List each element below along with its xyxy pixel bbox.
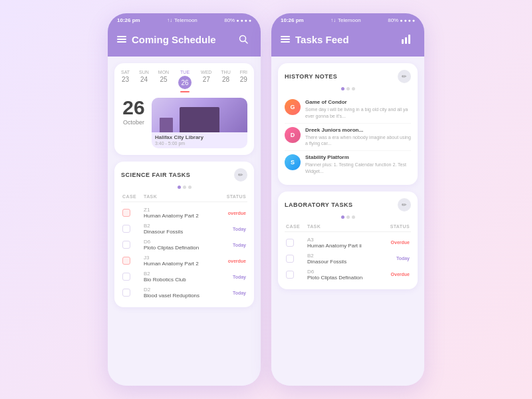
- task-name: Dinasour Fossils: [144, 229, 211, 235]
- day-label: FRI: [240, 70, 247, 74]
- lab-col-case-header: CASE: [286, 224, 306, 229]
- signal-icon: ↑↓: [167, 17, 172, 23]
- task-status: overdue: [213, 259, 246, 263]
- event-title: Halifax City Library: [152, 132, 247, 140]
- dot-2: [183, 186, 186, 189]
- dot-3: [188, 186, 192, 189]
- table-row: D2 Blood vasel Reduptions Today: [121, 285, 247, 301]
- task-case: D2: [144, 287, 211, 293]
- task-status: Overdue: [376, 272, 410, 277]
- task-checkbox[interactable]: [122, 257, 130, 265]
- task-case: D6: [307, 269, 375, 275]
- table-row: D6 Ploto Cliptas Defination Today: [121, 237, 247, 253]
- note-content: Stability Platform Planner plus: 1. Test…: [305, 154, 411, 175]
- task-checkbox[interactable]: [122, 225, 130, 233]
- svg-rect-4: [408, 35, 410, 44]
- task-case: B2: [307, 253, 375, 259]
- right-carrier: ↑↓ Telemoon: [331, 17, 361, 23]
- day-label: TUE: [180, 70, 190, 74]
- day-num: 27: [203, 76, 210, 83]
- history-edit-button[interactable]: ✏: [398, 70, 411, 83]
- note-title: Game of Condor: [305, 99, 411, 105]
- search-button[interactable]: [235, 31, 251, 47]
- right-header: Tasks Feed: [271, 26, 424, 57]
- right-signal-icon: ↑↓: [331, 17, 336, 23]
- science-dots: [121, 186, 247, 189]
- event-image: [152, 98, 247, 132]
- task-checkbox[interactable]: [122, 209, 130, 217]
- day-col-27[interactable]: WED 27: [201, 70, 211, 92]
- day-col-25[interactable]: MON 25: [158, 70, 169, 92]
- task-checkbox[interactable]: [286, 255, 294, 263]
- task-status: Today: [213, 275, 246, 279]
- event-card: Halifax City Library 3:40 - 5:00 pm: [152, 98, 247, 148]
- right-battery: 80% ● ● ● ●: [388, 17, 415, 23]
- note-title: Dreek Juniors moron...: [305, 127, 411, 133]
- lab-tasks-header: LABORATORY TASKS ✏: [285, 198, 411, 211]
- right-phone-card: 10:26 pm ↑↓ Telemoon 80% ● ● ● ● Tasks F…: [271, 13, 424, 386]
- day-col-29[interactable]: FRI 29: [240, 70, 247, 92]
- task-name: Dinasour Fossils: [307, 259, 375, 265]
- task-name: Human Anatomy Part 2: [144, 261, 211, 267]
- task-case: D6: [144, 239, 211, 245]
- calendar-widget: SAT 23 SUN 24 MON 25 TUE 26 WED 27 THU 2…: [114, 63, 254, 155]
- task-checkbox[interactable]: [286, 271, 294, 279]
- history-dot-2: [346, 87, 350, 90]
- task-name: Ploto Cliptas Defination: [144, 245, 211, 251]
- table-row: B2 Bio Robotics Club Today: [121, 269, 247, 285]
- task-case: B2: [144, 223, 211, 229]
- chart-button[interactable]: [399, 31, 415, 47]
- day-col-24[interactable]: SUN 24: [139, 70, 149, 92]
- task-checkbox[interactable]: [122, 273, 130, 281]
- note-text: Planner plus: 1. Testing Calendar functi…: [305, 162, 411, 175]
- day-col-28[interactable]: THU 28: [221, 70, 230, 92]
- lab-col-status-header: STATUS: [376, 224, 410, 229]
- lab-dot-1: [341, 215, 344, 219]
- left-carrier: ↑↓ Telemoon: [167, 17, 198, 23]
- list-item: S Stability Platform Planner plus: 1. Te…: [285, 151, 411, 178]
- science-tasks-widget: SCIENCE FAIR TASKS ✏ CASE TASK STATUS Z1…: [114, 162, 254, 307]
- table-row: A3 Human Anatomy Part ii Overdue: [285, 235, 411, 251]
- day-num: 29: [240, 76, 247, 83]
- task-checkbox[interactable]: [122, 289, 130, 297]
- notes-list: G Game of Condor Some day i will be livi…: [285, 96, 411, 178]
- science-tasks-title: SCIENCE FAIR TASKS: [121, 172, 190, 178]
- lab-dots: [285, 215, 411, 219]
- svg-rect-3: [405, 37, 407, 44]
- task-checkbox[interactable]: [122, 241, 130, 249]
- history-dot-3: [352, 87, 355, 90]
- table-row: D6 Ploto Cliptas Defination Overdue: [285, 267, 411, 283]
- task-status: Today: [376, 256, 410, 261]
- lab-edit-button[interactable]: ✏: [398, 198, 411, 211]
- task-status: Overdue: [376, 240, 410, 245]
- history-dots: [285, 87, 411, 90]
- date-big: 26 October: [121, 98, 146, 126]
- note-content: Dreek Juniors moron... There was a era w…: [305, 127, 411, 148]
- left-main-content: SAT 23 SUN 24 MON 25 TUE 26 WED 27 THU 2…: [108, 57, 261, 386]
- table-row: Z1 Human Anatomy Part 2 overdue: [121, 205, 247, 221]
- day-label: MON: [158, 70, 169, 74]
- calendar-days-row: SAT 23 SUN 24 MON 25 TUE 26 WED 27 THU 2…: [121, 70, 247, 92]
- left-app-title: Coming Schedule: [132, 34, 216, 45]
- day-num: 25: [160, 76, 167, 83]
- col-task-header: TASK: [144, 194, 211, 199]
- task-status: Today: [213, 291, 246, 295]
- history-notes-header: HISTORY NOTES ✏: [285, 70, 411, 83]
- day-num: 26: [178, 76, 192, 89]
- note-title: Stability Platform: [305, 154, 411, 160]
- lab-dot-3: [352, 215, 355, 219]
- science-edit-button[interactable]: ✏: [234, 168, 247, 182]
- left-phone-card: 10:26 pm ↑↓ Telemoon 80% ● ● ● ● Coming …: [108, 13, 261, 386]
- day-col-26[interactable]: TUE 26: [178, 70, 192, 92]
- svg-line-1: [245, 41, 248, 44]
- day-col-23[interactable]: SAT 23: [121, 70, 130, 92]
- lab-tasks-title: LABORATORY TASKS: [285, 201, 353, 208]
- menu-icon[interactable]: [117, 36, 126, 43]
- lab-task-rows: A3 Human Anatomy Part ii Overdue B2 Dina…: [285, 235, 411, 283]
- left-time: 10:26 pm: [117, 17, 140, 23]
- right-menu-icon[interactable]: [281, 36, 290, 43]
- note-text: There was a era when nobody imagine abou…: [305, 134, 411, 148]
- lab-col-task-header: TASK: [307, 224, 375, 229]
- task-checkbox[interactable]: [286, 239, 294, 247]
- history-notes-title: HISTORY NOTES: [285, 73, 337, 80]
